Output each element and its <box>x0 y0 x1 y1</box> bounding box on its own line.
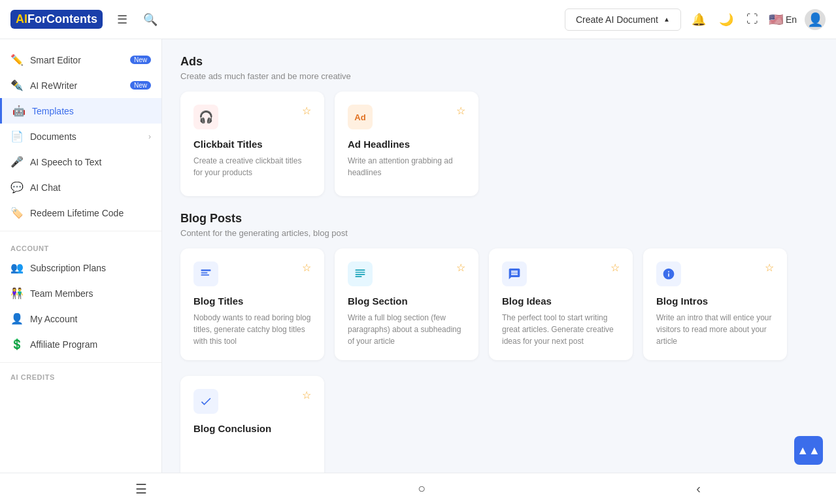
sidebar-item-team-members[interactable]: 👫 Team Members <box>0 280 161 306</box>
chevron-up-icon: ▲ <box>663 16 670 23</box>
sidebar-item-subscription[interactable]: 👥 Subscription Plans <box>0 255 161 280</box>
svg-rect-3 <box>356 269 365 271</box>
card-blog-intros[interactable]: ☆ Blog Intros Write an intro that will e… <box>643 248 787 360</box>
card-header: ☆ <box>502 261 620 286</box>
card-blog-conclusion[interactable]: ☆ Blog Conclusion <box>180 376 324 473</box>
favorite-button[interactable]: ☆ <box>610 261 620 274</box>
card-ad-headlines[interactable]: Ad ☆ Ad Headlines Write an attention gra… <box>335 92 478 196</box>
card-title: Blog Conclusion <box>193 423 311 434</box>
favorite-button[interactable]: ☆ <box>765 261 774 274</box>
bottom-back-button[interactable]: ‹ <box>680 476 716 501</box>
team-icon: 👫 <box>10 287 24 299</box>
card-title: Blog Titles <box>193 295 311 307</box>
search-button[interactable]: 🔍 <box>139 8 161 31</box>
card-desc: Write a full blog section (few paragraph… <box>348 312 465 347</box>
chevron-right-icon: › <box>148 132 151 141</box>
svg-rect-4 <box>356 272 365 273</box>
sidebar-divider-2 <box>0 362 161 363</box>
bottom-home-button[interactable]: ○ <box>402 476 441 501</box>
card-blog-ideas[interactable]: ☆ Blog Ideas The perfect tool to start w… <box>489 248 633 360</box>
favorite-button[interactable]: ☆ <box>456 105 465 117</box>
favorite-button[interactable]: ☆ <box>302 105 311 117</box>
notifications-button[interactable]: 🔔 <box>689 10 709 29</box>
ad-headlines-icon: Ad <box>348 105 373 129</box>
blog-intros-icon <box>656 261 681 286</box>
card-title: Clickbait Titles <box>193 139 311 150</box>
svg-rect-5 <box>356 274 365 275</box>
card-desc: Write an attention grabbing ad headlines <box>348 155 465 178</box>
card-header: 🎧 ☆ <box>193 105 311 129</box>
card-desc: Create a creative clickbait titles for y… <box>193 155 311 178</box>
subscription-icon: 👥 <box>10 261 24 274</box>
card-blog-titles[interactable]: ☆ Blog Titles Nobody wants to read borin… <box>180 248 324 360</box>
favorite-button[interactable]: ☆ <box>456 261 465 274</box>
conclusion-cards-grid: ☆ Blog Conclusion <box>180 376 818 473</box>
redeem-icon: 🏷️ <box>10 207 24 219</box>
sidebar-item-affiliate[interactable]: 💲 Affiliate Program <box>0 331 161 357</box>
sidebar-item-templates[interactable]: 🤖 Templates <box>0 98 161 124</box>
sidebar: ✏️ Smart Editor New ✒️ AI ReWriter New 🤖… <box>0 39 162 473</box>
favorite-button[interactable]: ☆ <box>302 389 311 401</box>
blog-titles-icon <box>193 261 218 286</box>
ads-section: Ads Create ads much faster and be more c… <box>180 55 818 196</box>
sidebar-item-ai-chat[interactable]: 💬 AI Chat <box>0 175 161 200</box>
templates-icon: 🤖 <box>12 105 25 117</box>
create-document-button[interactable]: Create AI Document ▲ <box>565 8 681 31</box>
sidebar-item-documents[interactable]: 📄 Documents › <box>0 124 161 149</box>
blog-ideas-icon <box>502 261 527 286</box>
blog-cards-grid: ☆ Blog Titles Nobody wants to read borin… <box>180 248 818 360</box>
favorite-button[interactable]: ☆ <box>302 261 311 274</box>
card-header: ☆ <box>193 261 311 286</box>
bottom-menu-button[interactable]: ☰ <box>120 476 163 502</box>
flag-icon: 🇺🇸 <box>769 12 783 27</box>
scroll-top-button[interactable]: ▲▲ <box>794 436 823 465</box>
blog-posts-section: Blog Posts Content for the generating ar… <box>180 212 818 360</box>
user-avatar[interactable]: 👤 <box>805 9 826 30</box>
ads-subtitle: Create ads much faster and be more creat… <box>180 71 818 81</box>
card-clickbait-titles[interactable]: 🎧 ☆ Clickbait Titles Create a creative c… <box>180 92 324 196</box>
nav-right: 🔔 🌙 ⛶ 🇺🇸 En 👤 <box>689 9 826 30</box>
svg-rect-0 <box>201 269 211 271</box>
ai-chat-icon: 💬 <box>10 181 24 193</box>
svg-rect-6 <box>356 276 362 277</box>
card-title: Blog Ideas <box>502 295 620 307</box>
sidebar-item-redeem[interactable]: 🏷️ Redeem Lifetime Code <box>0 200 161 226</box>
fullscreen-button[interactable]: ⛶ <box>744 10 761 29</box>
layout: ✏️ Smart Editor New ✒️ AI ReWriter New 🤖… <box>0 39 836 473</box>
sidebar-item-ai-speech[interactable]: 🎤 AI Speech to Text <box>0 149 161 175</box>
card-header: ☆ <box>348 261 465 286</box>
ai-speech-icon: 🎤 <box>10 156 24 168</box>
card-title: Blog Section <box>348 295 465 307</box>
card-desc: The perfect tool to start writing great … <box>502 312 620 347</box>
card-header: ☆ <box>656 261 774 286</box>
main-content: Ads Create ads much faster and be more c… <box>162 39 836 473</box>
blog-posts-subtitle: Content for the generating articles, blo… <box>180 228 818 238</box>
svg-rect-2 <box>201 275 210 276</box>
language-button[interactable]: 🇺🇸 En <box>769 12 797 27</box>
menu-button[interactable]: ☰ <box>113 8 131 31</box>
documents-icon: 📄 <box>10 130 24 143</box>
account-section-title: ACCOUNT <box>0 237 161 255</box>
navbar: AIForContents ☰ 🔍 Create AI Document ▲ 🔔… <box>0 0 836 39</box>
nav-icons: ☰ 🔍 <box>113 8 161 31</box>
sidebar-divider <box>0 231 161 231</box>
sidebar-item-ai-rewriter[interactable]: ✒️ AI ReWriter New <box>0 73 161 98</box>
card-title: Ad Headlines <box>348 139 465 150</box>
ads-title: Ads <box>180 55 818 69</box>
smart-editor-icon: ✏️ <box>10 54 24 66</box>
card-header: ☆ <box>193 389 311 414</box>
clickbait-icon: 🎧 <box>193 105 218 129</box>
sidebar-item-my-account[interactable]: 👤 My Account <box>0 306 161 331</box>
card-header: Ad ☆ <box>348 105 465 129</box>
conclusion-section: ☆ Blog Conclusion <box>180 376 818 473</box>
credits-section: AI CREDITS <box>0 368 161 389</box>
card-blog-section[interactable]: ☆ Blog Section Write a full blog section… <box>335 248 478 360</box>
account-icon: 👤 <box>10 312 24 325</box>
svg-rect-1 <box>201 273 208 274</box>
ai-rewriter-icon: ✒️ <box>10 79 24 92</box>
blog-posts-title: Blog Posts <box>180 212 818 226</box>
dark-mode-button[interactable]: 🌙 <box>716 10 736 29</box>
card-title: Blog Intros <box>656 295 774 307</box>
affiliate-icon: 💲 <box>10 338 24 350</box>
sidebar-item-smart-editor[interactable]: ✏️ Smart Editor New <box>0 47 161 73</box>
